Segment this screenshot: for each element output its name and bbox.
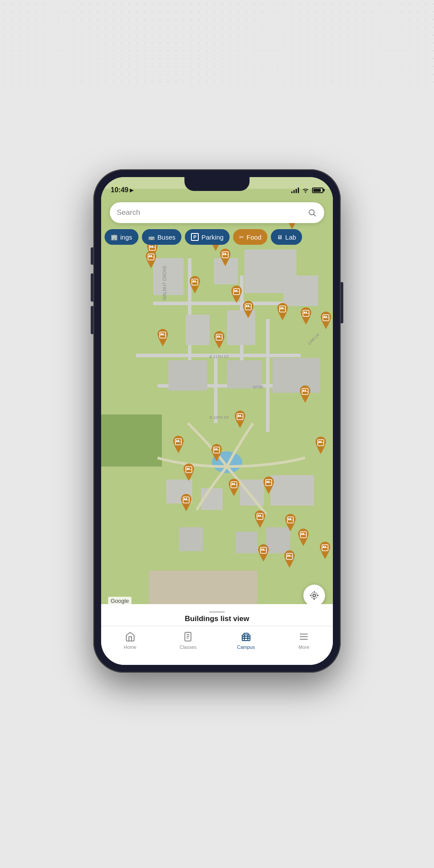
map-pin-26[interactable] [283,514,298,532]
svg-rect-3 [153,302,283,305]
tab-home[interactable]: Home [101,631,159,650]
svg-text:E 11TH ST: E 11TH ST [210,355,229,359]
bottom-sheet[interactable]: Buildings list view [101,604,333,626]
power-button [341,282,343,323]
battery-icon [312,187,323,193]
map-pin-9[interactable] [276,303,290,321]
svg-rect-25 [236,532,257,553]
map-pin-22[interactable] [262,477,276,495]
classes-tab-icon [182,631,194,643]
chip-lab[interactable]: 🖥 Lab [271,229,302,245]
map-pin-18[interactable] [171,436,186,454]
map-pin-2[interactable] [144,251,159,269]
volume-up-button [91,273,93,302]
campus-map[interactable]: WALNUT GROVE E 11TH ST NTSE E 10TH ST LA… [101,177,333,617]
map-pin-29[interactable] [256,544,271,562]
filter-chips-bar: 🏢 ings 🚌 Buses P Parking ✂ Food [101,227,333,247]
svg-rect-23 [270,475,314,506]
svg-point-40 [313,594,316,597]
map-pin-27[interactable] [296,529,311,547]
svg-rect-9 [266,319,270,432]
svg-text:WALNUT GROVE: WALNUT GROVE [162,265,167,300]
chip-parking[interactable]: P Parking [185,229,230,245]
map-pin-21[interactable] [182,464,197,482]
svg-text:NTSE: NTSE [253,385,263,389]
sheet-title: Buildings list view [185,615,249,623]
search-placeholder: Search [117,208,307,217]
home-tab-label: Home [124,644,136,650]
map-pin-15[interactable] [298,385,313,404]
tab-bar: Home Classes [101,626,333,665]
svg-rect-15 [186,315,210,345]
map-pin-8[interactable] [241,301,256,319]
notch [184,177,250,191]
phone-body: 10:49 ▶ [93,169,341,673]
search-icon [307,207,317,218]
dotted-background [0,0,434,87]
svg-point-33 [309,210,314,215]
battery-fill [313,189,321,192]
map-pin-14[interactable] [212,331,227,349]
svg-rect-8 [214,354,217,423]
map-pin-28[interactable] [318,542,333,560]
tab-campus[interactable]: Campus [217,631,275,650]
classes-tab-label: Classes [180,644,197,650]
phone-device: 10:49 ▶ [93,169,341,673]
svg-line-34 [314,214,316,217]
map-pin-30[interactable] [283,550,297,569]
campus-tab-icon [240,631,252,643]
campus-tab-label: Campus [237,644,255,650]
chip-food[interactable]: ✂ Food [233,229,267,245]
svg-rect-22 [240,480,264,506]
map-pin-10[interactable] [299,307,314,326]
wifi-icon [302,187,309,193]
map-pin-23[interactable] [227,479,242,497]
map-pin-24[interactable] [179,494,194,512]
map-pin-5[interactable] [218,249,233,267]
map-pin-11[interactable] [319,312,333,330]
phone-screen: 10:49 ▶ [101,177,333,665]
map-pin-19[interactable] [210,444,224,462]
more-tab-label: More [299,644,309,650]
svg-rect-2 [101,414,162,467]
map-pin-13[interactable] [156,329,171,347]
svg-text:E 10TH ST: E 10TH ST [210,415,229,420]
map-pin-20[interactable] [314,437,329,455]
signal-strength-icon [291,187,299,193]
svg-rect-27 [149,571,257,605]
map-pin-25[interactable] [253,510,268,529]
sheet-drag-handle [209,611,225,613]
tab-classes[interactable]: Classes [159,631,217,650]
location-button[interactable] [303,585,325,606]
location-arrow-icon: ▶ [130,187,133,193]
svg-rect-46 [242,635,250,641]
more-tab-icon [298,631,310,643]
volume-down-button [91,306,93,334]
svg-rect-17 [168,360,207,391]
svg-rect-14 [283,276,318,306]
status-icons [291,187,323,193]
chip-buildings[interactable]: 🏢 ings [105,229,138,245]
sheet-handle-area[interactable]: Buildings list view [185,607,249,626]
mute-button [91,247,93,265]
status-time: 10:49 ▶ [111,186,133,194]
home-tab-icon [124,631,136,643]
svg-rect-24 [179,527,203,551]
svg-rect-18 [227,360,262,388]
chip-buses[interactable]: 🚌 Buses [142,229,182,245]
svg-rect-19 [273,358,320,393]
tab-more[interactable]: More [275,631,333,650]
svg-point-41 [311,592,317,598]
map-pin-6[interactable] [188,276,203,294]
map-pin-17[interactable] [233,411,248,429]
search-bar[interactable]: Search [110,202,324,223]
